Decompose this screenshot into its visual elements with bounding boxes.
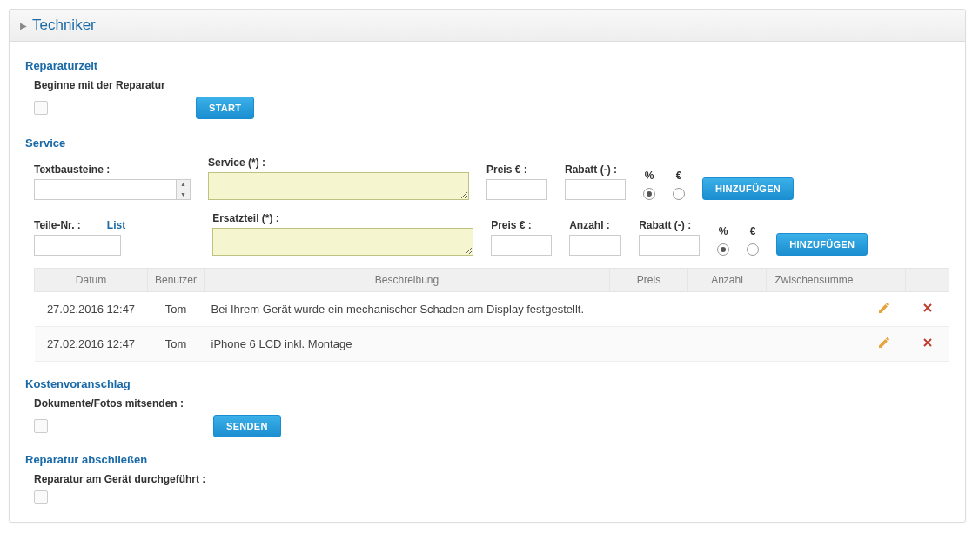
add-part-button[interactable]: HINZUFÜGEN (776, 233, 868, 256)
docs-checkbox[interactable] (34, 419, 48, 433)
cell-datum: 27.02.2016 12:47 (35, 327, 148, 362)
begin-repair-checkbox[interactable] (34, 101, 48, 115)
docs-label: Dokumente/Fotos mitsenden : (34, 397, 949, 410)
percent-radio-1[interactable] (643, 188, 655, 200)
cell-anzahl (688, 292, 767, 327)
begin-repair-label: Beginne mit der Reparatur (34, 79, 949, 91)
textblocks-label: Textbausteine : (34, 163, 191, 176)
cell-beschreibung: iPhone 6 LCD inkl. Montage (205, 327, 610, 362)
cell-preis (610, 327, 688, 362)
cell-anzahl (688, 327, 767, 362)
section-service-title: Service (25, 137, 949, 150)
edit-icon[interactable] (877, 339, 891, 352)
cell-zwischensumme (767, 327, 862, 362)
start-button[interactable]: START (196, 97, 254, 119)
panel-header[interactable]: ▶ Techniker (10, 10, 965, 42)
th-delete (906, 269, 949, 292)
price-input-1[interactable] (486, 179, 547, 200)
partnr-label: Teile-Nr. : (34, 219, 81, 231)
cell-beschreibung: Bei Ihrem Gerät wurde ein mechanischer S… (205, 292, 610, 327)
euro-radio-2[interactable] (747, 243, 759, 256)
th-zwischensumme: Zwischensumme (767, 269, 862, 292)
anzahl-label: Anzahl : (569, 219, 621, 231)
add-service-button[interactable]: HINZUFÜGEN (702, 177, 794, 200)
cell-benutzer: Tom (148, 292, 205, 327)
discount-label-2: Rabatt (-) : (639, 219, 700, 231)
th-anzahl: Anzahl (688, 269, 767, 292)
discount-label-1: Rabatt (-) : (565, 163, 626, 176)
panel-body: Reparaturzeit Beginne mit der Reparatur … (10, 42, 965, 522)
sparepart-label: Ersatzteil (*) : (212, 212, 473, 224)
stepper-icon[interactable]: ▲▼ (176, 180, 190, 199)
delete-icon[interactable] (921, 339, 935, 352)
price-label-1: Preis € : (486, 163, 547, 176)
th-preis: Preis (610, 269, 688, 292)
sparepart-textarea[interactable] (212, 228, 473, 256)
collapse-icon: ▶ (20, 21, 27, 30)
cell-zwischensumme (767, 292, 862, 327)
cell-datum: 27.02.2016 12:47 (35, 292, 148, 327)
th-datum: Datum (35, 269, 148, 292)
euro-radio-1[interactable] (673, 188, 685, 200)
service-table: Datum Benutzer Beschreibung Preis Anzahl… (34, 268, 949, 362)
techniker-panel: ▶ Techniker Reparaturzeit Beginne mit de… (9, 9, 966, 523)
finish-label: Reparatur am Gerät durchgeführt : (34, 473, 949, 485)
section-finish-title: Reparatur abschließen (25, 453, 949, 466)
discount-input-1[interactable] (565, 179, 626, 200)
table-row: 27.02.2016 12:47TomiPhone 6 LCD inkl. Mo… (35, 327, 949, 362)
percent-label-2: % (717, 225, 729, 237)
delete-icon[interactable] (921, 304, 935, 317)
th-edit (862, 269, 906, 292)
section-repairtime-title: Reparaturzeit (25, 59, 949, 72)
send-button[interactable]: SENDEN (213, 415, 281, 437)
list-link[interactable]: List (107, 219, 125, 231)
section-estimate-title: Kostenvoranschlag (25, 377, 949, 390)
euro-label-1: € (673, 170, 685, 182)
euro-label-2: € (747, 225, 759, 237)
th-benutzer: Benutzer (148, 269, 205, 292)
discount-input-2[interactable] (639, 235, 700, 256)
service-textarea[interactable] (208, 172, 469, 200)
anzahl-input[interactable] (569, 235, 621, 256)
price-input-2[interactable] (491, 235, 552, 256)
table-row: 27.02.2016 12:47TomBei Ihrem Gerät wurde… (35, 292, 949, 327)
finish-checkbox[interactable] (34, 490, 48, 504)
cell-preis (610, 292, 688, 327)
percent-radio-2[interactable] (717, 243, 729, 256)
panel-title: Techniker (32, 17, 96, 34)
th-beschreibung: Beschreibung (205, 269, 610, 292)
edit-icon[interactable] (877, 304, 891, 317)
service-field-label: Service (*) : (208, 157, 469, 169)
percent-label-1: % (643, 170, 655, 182)
textblocks-select[interactable]: ▲▼ (34, 179, 191, 200)
price-label-2: Preis € : (491, 219, 552, 231)
partnr-input[interactable] (34, 235, 121, 256)
cell-benutzer: Tom (148, 327, 205, 362)
